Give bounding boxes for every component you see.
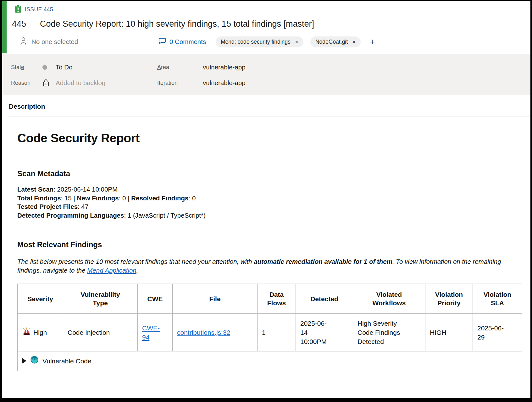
severity-value: High bbox=[33, 328, 47, 337]
col-data-flows: Data Flows bbox=[258, 284, 296, 314]
reason-field: Reason Added to backlog bbox=[2, 75, 147, 91]
col-detected: Detected bbox=[296, 284, 353, 314]
comments-count-label: 0 Comments bbox=[169, 38, 206, 46]
findings-intro: The list below presents the 10 most rele… bbox=[17, 257, 521, 275]
violation-sla-cell: 2025-06-29 bbox=[473, 314, 522, 351]
lock-icon bbox=[42, 79, 56, 87]
description-section-label: Description bbox=[2, 95, 530, 110]
state-value[interactable]: To Do bbox=[56, 63, 73, 71]
comments-link[interactable]: 0 Comments bbox=[158, 37, 206, 46]
remove-tag-icon[interactable]: × bbox=[352, 39, 356, 45]
add-tag-button[interactable]: + bbox=[368, 37, 377, 47]
table-header-row: Severity Vulnerability Type CWE File Dat… bbox=[18, 284, 522, 314]
col-vulnerability-type: Vulnerability Type bbox=[63, 284, 138, 314]
col-violation-sla: Violation SLA bbox=[473, 284, 522, 314]
col-file: File bbox=[173, 284, 258, 314]
finding-row: ! High Code Injection CWE-94 contributio… bbox=[18, 314, 522, 351]
state-label: State bbox=[11, 64, 42, 71]
work-item-header: ISSUE 445 445 Code Security Report: 10 h… bbox=[2, 1, 530, 50]
report-title: Code Security Report bbox=[17, 131, 521, 145]
state-dot-icon bbox=[42, 65, 47, 70]
tag-label: NodeGoat.git bbox=[315, 39, 348, 45]
vulnerability-type-cell: Code Injection bbox=[63, 314, 138, 351]
vulnerable-code-row: Vulnerable Code bbox=[18, 351, 522, 372]
description-content: Code Security Report Scan Metadata Lates… bbox=[2, 117, 530, 371]
tested-files-line: Tested Project Files: 47 bbox=[17, 202, 521, 211]
violated-workflows-cell: High Severity Code Findings Detected bbox=[353, 314, 425, 351]
iteration-value[interactable]: vulnerable-app bbox=[203, 79, 246, 87]
area-value[interactable]: vulnerable-app bbox=[203, 63, 246, 71]
data-flows-cell: 1 bbox=[258, 314, 296, 351]
tag-list: Mend: code security findings × NodeGoat.… bbox=[216, 36, 377, 47]
detected-cell: 2025-06-14 10:00PM bbox=[296, 314, 353, 351]
issue-icon bbox=[14, 5, 22, 14]
col-violated-workflows: Violated Workflows bbox=[353, 284, 425, 314]
tag-pill[interactable]: Mend: code security findings × bbox=[216, 36, 303, 47]
file-link[interactable]: contributions.js:32 bbox=[177, 329, 230, 336]
tag-label: Mend: code security findings bbox=[221, 39, 291, 45]
work-item-window: ISSUE 445 445 Code Security Report: 10 h… bbox=[0, 0, 532, 402]
fields-section: State To Do Reason Added to backlog Area bbox=[2, 54, 530, 95]
col-severity: Severity bbox=[18, 284, 63, 314]
work-item-title[interactable]: Code Security Report: 10 high severity f… bbox=[40, 19, 314, 29]
remove-tag-icon[interactable]: × bbox=[295, 39, 298, 45]
reason-label: Reason bbox=[11, 80, 42, 86]
col-violation-priority: Violation Priority bbox=[425, 284, 473, 314]
area-field[interactable]: Area vulnerable-app bbox=[147, 59, 246, 75]
languages-line: Detected Programming Languages: 1 (JavaS… bbox=[17, 211, 521, 220]
report-rule bbox=[17, 158, 522, 158]
person-icon bbox=[19, 36, 27, 47]
findings-counts-line: Total Findings: 15 | New Findings: 0 | R… bbox=[17, 194, 521, 203]
scan-metadata-heading: Scan Metadata bbox=[17, 169, 521, 178]
vulnerable-code-label: Vulnerable Code bbox=[42, 356, 91, 366]
vulnerable-code-expander[interactable]: Vulnerable Code bbox=[22, 356, 518, 366]
violation-priority-cell: HIGH bbox=[425, 314, 473, 351]
siren-icon: ! bbox=[22, 327, 31, 338]
issue-type-label: ISSUE 445 bbox=[25, 6, 53, 13]
tag-pill[interactable]: NodeGoat.git × bbox=[310, 36, 361, 47]
comment-bubble-icon bbox=[158, 37, 166, 46]
area-label: Area bbox=[157, 64, 203, 71]
wave-icon bbox=[30, 356, 39, 366]
assignee-field[interactable]: No one selected bbox=[19, 36, 78, 47]
cwe-cell: CWE-94 bbox=[138, 314, 173, 351]
file-cell: contributions.js:32 bbox=[173, 314, 258, 351]
findings-table: Severity Vulnerability Type CWE File Dat… bbox=[17, 284, 522, 371]
latest-scan-line: Latest Scan: 2025-06-14 10:00PM bbox=[17, 185, 521, 194]
cwe-link[interactable]: CWE-94 bbox=[142, 323, 159, 342]
state-field[interactable]: State To Do bbox=[2, 59, 147, 75]
reason-value: Added to backlog bbox=[56, 79, 105, 87]
iteration-field[interactable]: Iteration vulnerable-app bbox=[147, 75, 246, 91]
expand-triangle-icon bbox=[22, 358, 26, 364]
scan-metadata-lines: Latest Scan: 2025-06-14 10:00PM Total Fi… bbox=[17, 185, 521, 220]
mend-application-link[interactable]: Mend Application bbox=[87, 267, 136, 274]
svg-text:!: ! bbox=[26, 329, 27, 334]
most-relevant-findings-heading: Most Relevant Findings bbox=[17, 240, 521, 249]
col-cwe: CWE bbox=[138, 284, 173, 314]
severity-cell: ! High bbox=[18, 314, 63, 351]
iteration-label: Iteration bbox=[157, 80, 203, 86]
assignee-placeholder: No one selected bbox=[31, 38, 78, 46]
work-item-id: 445 bbox=[12, 19, 26, 29]
